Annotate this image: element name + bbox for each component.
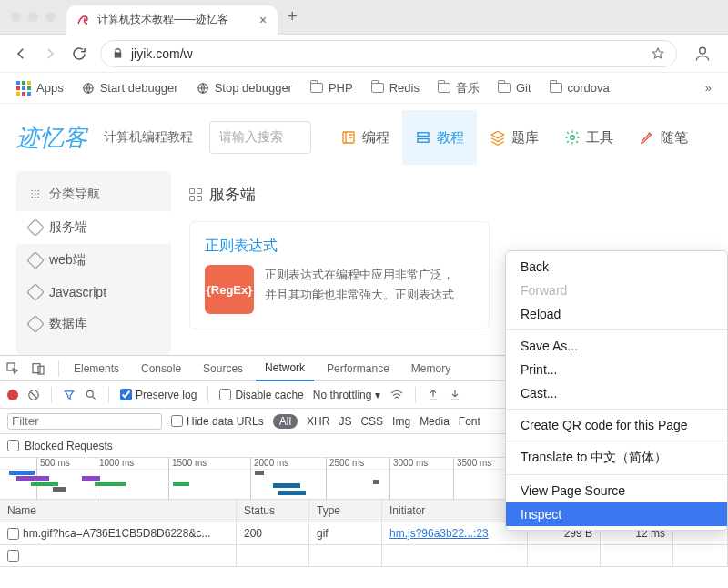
profile-icon[interactable] [690,45,715,63]
nav-tools[interactable]: 工具 [551,110,626,165]
filter-all[interactable]: All [273,414,298,429]
apps-shortcut[interactable]: Apps [16,81,64,96]
bookmark-start-debugger[interactable]: Start debugger [82,81,178,95]
device-toggle-icon[interactable] [31,361,53,376]
devtools-tab-console[interactable]: Console [132,356,190,381]
devtools-tab-sources[interactable]: Sources [194,356,252,381]
cell-empty [237,545,309,567]
download-icon[interactable] [449,389,461,401]
hide-data-urls-checkbox[interactable]: Hide data URLs [171,415,264,428]
filter-funnel-icon[interactable] [63,389,76,401]
nav-code[interactable]: 编程 [328,110,402,165]
cell-status: 200 [237,522,309,545]
preserve-log-checkbox[interactable]: Preserve log [120,389,197,401]
folder-icon [310,83,323,93]
ctx-reload[interactable]: Reload [506,302,727,326]
card-title: 正则表达式 [205,237,474,256]
minimize-window-dot[interactable] [28,12,38,22]
wifi-icon[interactable] [389,388,404,402]
tag-icon [26,283,45,301]
bookmark-cordova[interactable]: cordova [550,81,610,95]
filter-xhr[interactable]: XHR [307,415,329,428]
ctx-cast[interactable]: Cast... [506,381,727,405]
nav-essay[interactable]: 随笔 [626,110,701,165]
sidebar-item-label: Javascript [49,285,106,299]
section-title: 服务端 [189,184,712,205]
devtools-tab-memory[interactable]: Memory [402,356,460,381]
filter-js[interactable]: JS [339,415,351,428]
tab-title: 计算机技术教程——迹忆客 [97,12,228,27]
sidebar-item-database[interactable]: 数据库 [16,308,171,340]
throttling-select[interactable]: No throttling ▾ [313,389,381,401]
sidebar-item-label: 服务端 [49,219,87,236]
nav-question-bank[interactable]: 题库 [477,110,551,165]
back-icon[interactable] [13,46,29,62]
ctx-back[interactable]: Back [506,255,727,279]
col-name[interactable]: Name [0,500,237,522]
upload-icon[interactable] [427,389,440,401]
forward-icon[interactable] [42,46,58,62]
grid-icon [189,188,202,201]
filter-media[interactable]: Media [420,415,450,428]
new-tab-button[interactable]: + [279,7,305,26]
ctx-save-as[interactable]: Save As... [506,334,727,358]
nav-tutorial[interactable]: 教程 [402,110,477,165]
ctx-separator [506,329,727,330]
filter-font[interactable]: Font [459,415,480,428]
ctx-inspect[interactable]: Inspect [506,502,727,526]
nav-label: 编程 [362,129,389,147]
sidebar-item-web[interactable]: web端 [16,244,171,277]
devtools-tab-network[interactable]: Network [256,356,314,381]
filter-input[interactable] [7,413,162,430]
cell-empty [309,545,382,567]
card-description: 正则表达式在编程中应用非常广泛， 并且其功能也非常强大。正则表达式 [265,265,454,314]
address-bar[interactable]: jiyik.com/w [100,40,677,67]
sidebar-item-server[interactable]: 服务端 [16,211,171,244]
bookmark-stop-debugger[interactable]: Stop debugger [197,81,292,95]
ctx-view-source[interactable]: View Page Source [506,479,727,502]
ctx-create-qr[interactable]: Create QR code for this Page [506,413,727,437]
checkbox-label: Disable cache [235,389,303,401]
sidebar-item-javascript[interactable]: Javascript [16,277,171,308]
rows-icon [415,129,431,146]
col-status[interactable]: Status [237,500,309,522]
star-icon[interactable] [651,46,665,61]
inspect-element-icon[interactable] [5,361,27,376]
cell-name[interactable] [0,545,237,567]
apps-label: Apps [36,81,64,95]
clear-icon[interactable] [27,389,40,401]
ctx-translate[interactable]: Translate to 中文（简体） [506,445,727,471]
ctx-print[interactable]: Print... [506,358,727,381]
bookmark-redis[interactable]: Redis [371,81,420,95]
reload-icon[interactable] [71,46,87,62]
nav-label: 工具 [586,129,613,147]
filter-img[interactable]: Img [392,415,410,428]
filter-css[interactable]: CSS [360,415,383,428]
col-type[interactable]: Type [309,500,382,522]
blocked-requests-checkbox[interactable] [7,440,19,451]
devtools-tab-performance[interactable]: Performance [318,356,399,381]
browser-tab[interactable]: 计算机技术教程——迹忆客 × [66,5,278,35]
close-window-dot[interactable] [11,12,21,22]
cell-name[interactable]: hm.gif?hca=A736E1CB5D8D6228&c... [0,522,237,545]
ctx-separator [506,409,727,410]
site-search-input[interactable]: 请输入搜索 [209,121,311,154]
devtools-tab-elements[interactable]: Elements [65,356,128,381]
record-icon[interactable] [7,390,18,400]
search-icon[interactable] [85,389,97,401]
bookmarks-overflow-icon[interactable]: » [705,81,712,95]
bookmark-music[interactable]: 音乐 [438,80,480,96]
tab-close-icon[interactable]: × [259,13,267,27]
globe-icon [197,82,209,95]
bookmark-php[interactable]: PHP [310,81,353,95]
row-checkbox[interactable] [7,528,19,540]
card-desc-line: 正则表达式在编程中应用非常广泛， [265,265,454,285]
zoom-window-dot[interactable] [46,12,56,22]
bookmark-git[interactable]: Git [498,81,531,95]
tutorial-card-regex[interactable]: 正则表达式 {RegEx} 正则表达式在编程中应用非常广泛， 并且其功能也非常强… [189,221,490,329]
site-logo[interactable]: 迹忆客 [16,122,87,154]
request-name: hm.gif?hca=A736E1CB5D8D6228&c... [23,527,210,540]
disable-cache-checkbox[interactable]: Disable cache [219,389,303,401]
folder-icon [498,83,511,93]
row-checkbox[interactable] [7,550,19,562]
